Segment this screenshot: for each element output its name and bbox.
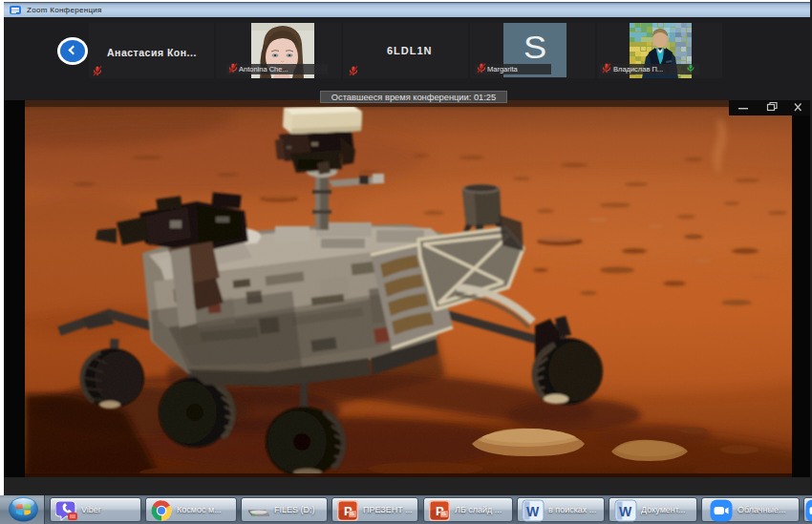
svg-text:W: W: [619, 504, 632, 519]
svg-text:W: W: [526, 504, 540, 519]
